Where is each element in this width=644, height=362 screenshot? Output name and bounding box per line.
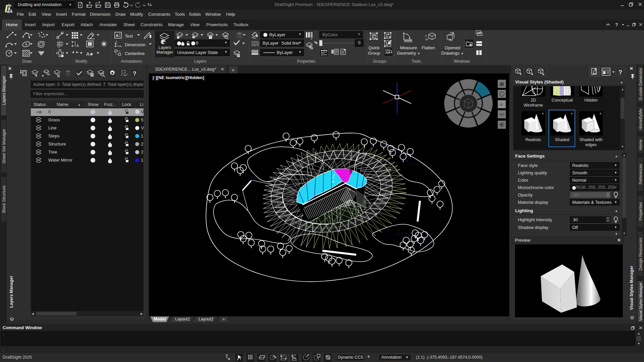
svg-text:A: A xyxy=(371,216,373,219)
svg-text:A: A xyxy=(365,220,367,223)
svg-text:A: A xyxy=(369,204,371,207)
svg-text:A: A xyxy=(116,34,118,38)
svg-text:E: E xyxy=(291,354,294,358)
svg-text:A: A xyxy=(376,212,378,215)
svg-text:E: E xyxy=(280,354,283,358)
svg-text:?: ? xyxy=(619,69,622,76)
svg-text:A: A xyxy=(86,51,90,57)
svg-text:A: A xyxy=(364,208,366,211)
svg-text:A: A xyxy=(373,201,375,204)
svg-text:?: ? xyxy=(133,70,136,77)
svg-text:f: f xyxy=(425,35,427,38)
svg-text:10: 10 xyxy=(499,103,503,106)
svg-text:A: A xyxy=(358,210,360,214)
svg-text:A: A xyxy=(321,53,323,56)
svg-text:?: ? xyxy=(615,22,618,27)
svg-text:2D: 2D xyxy=(425,38,428,41)
svg-text:s: s xyxy=(9,8,11,13)
svg-text:h: h xyxy=(349,188,351,191)
svg-text:A: A xyxy=(76,44,79,48)
